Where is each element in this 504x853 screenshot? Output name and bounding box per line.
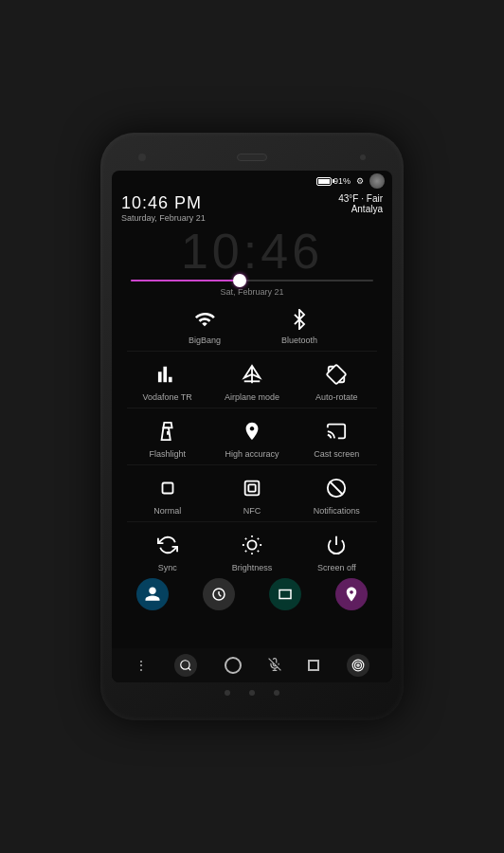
toggle-bigbang[interactable]: BigBang [157,300,252,349]
toggle-airplane[interactable]: Airplane mode [209,354,294,406]
toggles-row-5: Sync [119,524,385,576]
bottom-dot-center [249,690,255,696]
svg-line-13 [245,538,246,539]
toggles-row-1: BigBang Bluetooth [119,300,385,349]
svg-point-23 [181,661,189,669]
menu-icon[interactable]: ⋮ [135,658,148,673]
weather-widget: 43°F · Fair Antalya [338,193,383,214]
settings-icon[interactable]: ⚙ [356,176,364,186]
svg-line-22 [219,594,221,596]
app-icon-4[interactable] [335,578,368,610]
flashlight-icon [153,416,183,446]
svg-point-28 [354,662,361,669]
toggle-notifications[interactable]: Notifications [295,467,379,519]
search-shortcut[interactable] [174,654,197,677]
nfc-label: NFC [243,506,261,516]
svg-rect-5 [162,483,172,494]
toggle-flashlight[interactable]: Flashlight [125,410,209,463]
notifications-label: Notifications [314,506,360,516]
soundmode-icon [153,473,183,503]
bigbang-label: BigBang [189,336,221,345]
brightness-track[interactable] [131,280,373,281]
svg-point-10 [247,540,256,549]
toggle-bluetooth[interactable]: Bluetooth [252,300,347,349]
location-icon [237,416,267,446]
toggle-normal[interactable]: Normal [125,467,209,519]
speaker-grill [237,154,267,161]
svg-line-9 [331,482,343,495]
slider-date: Sat, February 21 [112,285,392,300]
sync-label: Sync [158,563,177,572]
wifi-icon [191,306,218,333]
toggle-autorotate[interactable]: Auto-rotate [295,354,379,406]
app-icon-2[interactable] [203,578,235,610]
status-bar: 91% ⚙ [112,171,392,191]
nav-bar: ⋮ [112,648,392,682]
toggle-nfc[interactable]: NFC [209,467,294,519]
battery-percent: 91% [333,176,351,186]
bluetooth-label: Bluetooth [281,336,317,345]
user-avatar[interactable] [369,173,385,189]
power-icon [321,530,351,560]
battery-indicator: 91% [316,176,351,186]
notifications-icon [321,473,351,503]
nfc-icon [237,473,267,503]
front-camera [138,154,146,161]
time-left: 10:46 PM Saturday, February 21 [121,193,206,223]
app-row [112,576,392,612]
phone-bottom-bar [112,682,392,699]
brightness-fill [131,280,240,281]
mute-icon[interactable] [268,658,281,674]
temperature: 43°F · Fair [338,193,383,204]
screenoff-label: Screen off [317,563,356,572]
bluetooth-icon [286,306,313,333]
quick-toggles: BigBang Bluetooth [112,300,392,576]
brightness-label: Brightness [232,563,273,572]
toggle-brightness[interactable]: Brightness [209,524,294,576]
sync-icon [153,530,183,560]
brightness-icon [237,530,267,560]
home-button[interactable] [225,657,242,674]
svg-line-17 [245,551,246,552]
airplane-label: Airplane mode [225,392,279,402]
phone-screen: 91% ⚙ 10:46 PM Saturday, February 21 43°… [112,171,392,682]
rotate-icon [321,359,351,390]
toggle-sync[interactable]: Sync [125,524,209,576]
toggle-castscreen[interactable]: Cast screen [295,410,379,463]
app-icon-3[interactable] [269,578,301,610]
battery-icon [316,177,332,186]
big-clock: 10:46 [112,227,392,276]
location: Antalya [338,204,383,214]
svg-line-18 [258,538,259,539]
toggles-row-3: Flashlight High accuracy [119,410,385,463]
target-icon[interactable] [347,654,369,677]
normal-label: Normal [153,506,181,516]
current-date: Saturday, February 21 [121,213,206,223]
toggles-row-2: Vodafone TR Airplane mode [119,354,385,406]
bottom-dot-right [274,690,279,696]
svg-point-29 [357,664,359,666]
highaccuracy-label: High accuracy [225,449,279,459]
phone-top-bar [112,144,392,171]
toggles-row-4: Normal NFC [119,467,385,519]
signal-icon [153,359,183,390]
current-time: 10:46 PM [121,193,206,213]
svg-line-14 [258,551,259,552]
toggle-vodafone[interactable]: Vodafone TR [125,354,209,406]
back-square[interactable] [308,660,319,671]
divider-1 [127,351,377,352]
cast-icon [321,416,351,446]
divider-3 [127,464,377,465]
vodafone-label: Vodafone TR [142,392,191,402]
flashlight-label: Flashlight [149,449,186,459]
brightness-thumb[interactable] [233,274,246,287]
bottom-dot-left [225,690,230,696]
toggle-highaccuracy[interactable]: High accuracy [209,410,294,463]
divider-2 [127,408,377,408]
airplane-icon [237,359,267,390]
sensor [360,154,366,160]
toggle-screenoff[interactable]: Screen off [295,524,379,576]
app-icon-1[interactable] [136,578,169,610]
phone-device: 91% ⚙ 10:46 PM Saturday, February 21 43°… [100,133,404,720]
autorotate-label: Auto-rotate [315,392,358,402]
